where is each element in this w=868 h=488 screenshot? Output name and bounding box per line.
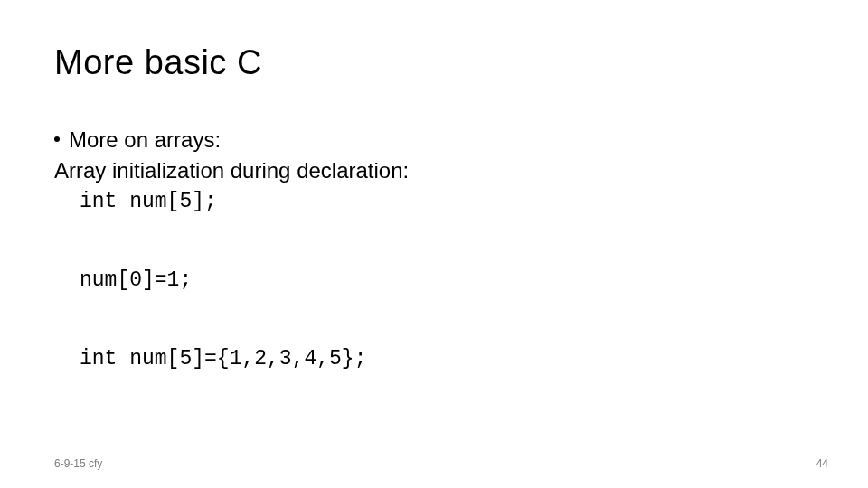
footer: 6-9-15 cfy 44 [54, 457, 828, 470]
slide-title: More basic C [54, 43, 814, 82]
footer-left: 6-9-15 cfy [54, 457, 102, 470]
bullet-item: More on arrays: [54, 126, 814, 155]
description-line: Array initialization during declaration: [54, 156, 814, 185]
slide-number: 44 [816, 457, 828, 470]
code-line-1: int num[5]; [80, 188, 814, 216]
slide: More basic C More on arrays: Array initi… [0, 0, 868, 488]
content-body: More on arrays: Array initialization dur… [54, 126, 814, 373]
code-line-2: num[0]=1; [80, 267, 814, 295]
code-line-3: int num[5]={1,2,3,4,5}; [80, 345, 814, 373]
bullet-text: More on arrays: [69, 126, 221, 155]
bullet-dot-icon [54, 136, 60, 142]
